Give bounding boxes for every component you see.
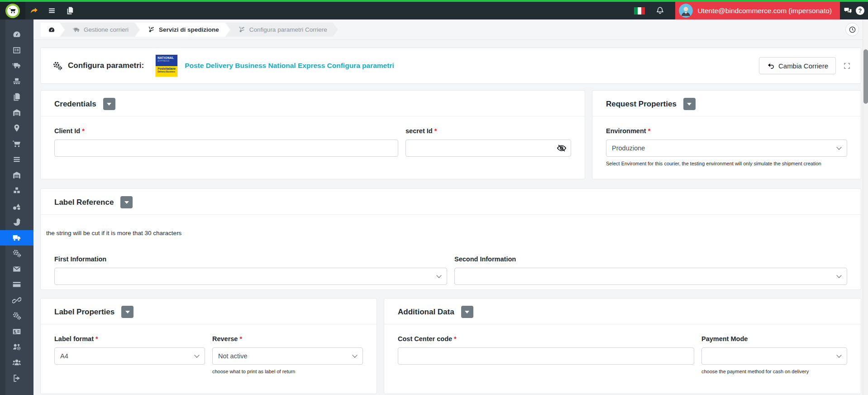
- sidebar-item-users-cog[interactable]: [0, 339, 33, 355]
- app-logo[interactable]: [0, 2, 25, 19]
- sidebar-item-couriers-truck[interactable]: [0, 230, 33, 246]
- label-reference-panel: Label Reference the string will be cut i…: [40, 188, 861, 290]
- gauge-icon: [48, 26, 55, 34]
- pallet-icon: [12, 77, 21, 86]
- sidebar-item-warehouse[interactable]: [0, 105, 33, 121]
- page-header: Configura parametri: NATIONAL EXPRESS Po…: [40, 48, 861, 84]
- sidebar-item-shapes[interactable]: [0, 199, 33, 215]
- users-icon: [12, 358, 21, 367]
- sidebar-item-dashboard[interactable]: [0, 27, 33, 43]
- sidebar: [0, 19, 33, 395]
- label-reference-collapse-button[interactable]: [120, 196, 133, 208]
- user-label: Utente@bindcommerce.com (impersonato): [697, 7, 832, 15]
- reverse-label: Reverse*: [212, 335, 363, 342]
- breadcrumb: Gestione corrieriServizi di spedizioneCo…: [41, 23, 338, 37]
- second-information-select[interactable]: [454, 268, 847, 285]
- label-format-label: Label format*: [54, 335, 205, 342]
- credentials-panel: Credentials Client Id* secret Id*: [40, 90, 585, 179]
- users-cog-icon: [12, 342, 21, 352]
- sidebar-item-documents[interactable]: [0, 89, 33, 105]
- sidebar-item-automation-cogs[interactable]: [0, 246, 33, 261]
- clock-icon: [849, 26, 856, 34]
- label-properties-title: Label Properties: [54, 308, 114, 317]
- breadcrumb-item-configura-parametri-corriere[interactable]: Configura parametri Corriere: [226, 23, 338, 37]
- courier-config-link[interactable]: Poste Delivery Business National Express…: [185, 62, 394, 70]
- label-reference-note: the string will be cut if it is more tha…: [46, 230, 847, 236]
- breadcrumb-item-servizi-di-spedizione[interactable]: Servizi di spedizione: [135, 23, 230, 37]
- sidebar-item-settings-cogs[interactable]: [0, 308, 33, 324]
- sidebar-item-credit-card[interactable]: [0, 277, 33, 293]
- credit-card-icon: [12, 280, 21, 289]
- cost-center-label: Cost Center code*: [398, 335, 694, 342]
- label-properties-collapse-button[interactable]: [121, 306, 134, 318]
- expand-icon: [843, 62, 851, 70]
- envelope-icon: [12, 265, 21, 274]
- sidebar-item-id-card[interactable]: [0, 324, 33, 340]
- client-id-input[interactable]: [54, 140, 398, 157]
- pages-button[interactable]: [61, 2, 79, 19]
- orders-list-icon: [12, 46, 21, 55]
- toggle-secret-visibility-button[interactable]: [556, 142, 568, 154]
- client-id-label: Client Id*: [54, 127, 398, 135]
- sidebar-item-envelope[interactable]: [0, 261, 33, 277]
- first-information-select[interactable]: [54, 268, 447, 285]
- pie-chart-icon: [12, 217, 21, 226]
- additional-data-collapse-button[interactable]: [461, 306, 473, 318]
- additional-data-title: Additional Data: [398, 308, 454, 317]
- environment-label: Environment*: [606, 127, 847, 135]
- shipping-fast-icon: [12, 61, 21, 70]
- vertical-scrollbar: [863, 19, 868, 395]
- reverse-help-text: choose what to print as label of return: [212, 369, 363, 374]
- first-information-label: First Information: [54, 255, 447, 263]
- environment-select[interactable]: Produzione: [606, 140, 847, 157]
- additional-data-panel: Additional Data Cost Center code* Paymen…: [384, 298, 861, 394]
- copy-pages-icon: [66, 6, 74, 15]
- request-properties-collapse-button[interactable]: [683, 98, 696, 110]
- secret-id-label: secret Id*: [405, 127, 571, 135]
- hamburger-icon: [48, 6, 56, 15]
- sidebar-item-shipping-fast[interactable]: [0, 58, 33, 74]
- sidebar-item-logout[interactable]: [0, 371, 33, 386]
- sidebar-item-link[interactable]: [0, 293, 33, 308]
- sidebar-item-orders-list[interactable]: [0, 43, 33, 58]
- help-icon[interactable]: ?: [856, 6, 864, 15]
- sidebar-item-cart[interactable]: [0, 136, 33, 152]
- fullscreen-button[interactable]: [843, 62, 851, 70]
- label-format-select[interactable]: A4: [54, 347, 205, 365]
- secret-id-input[interactable]: [405, 140, 571, 157]
- chat-icon[interactable]: [844, 6, 852, 15]
- label-reference-title: Label Reference: [54, 198, 114, 207]
- language-flag-italy[interactable]: [634, 7, 645, 14]
- sidebar-item-pallet[interactable]: [0, 74, 33, 90]
- credentials-collapse-button[interactable]: [103, 98, 115, 110]
- locations-icon: [12, 124, 21, 133]
- undo-icon: [767, 62, 774, 70]
- reverse-select[interactable]: Not active: [212, 347, 363, 365]
- couriers-truck-icon: [12, 233, 21, 242]
- eye-slash-icon: [557, 143, 567, 153]
- share-arrow-button[interactable]: [25, 2, 43, 19]
- gears-icon: [52, 61, 62, 71]
- sidebar-item-boxes[interactable]: [0, 183, 33, 199]
- notifications-bell-icon[interactable]: [656, 6, 664, 15]
- sidebar-item-locations[interactable]: [0, 120, 33, 136]
- breadcrumb-item-home[interactable]: [41, 23, 64, 37]
- dolly-icon: [148, 26, 155, 34]
- environment-help-text: Select Enviroment for this courier, the …: [606, 161, 847, 166]
- dolly-icon: [238, 26, 246, 34]
- user-menu[interactable]: Utente@bindcommerce.com (impersonato): [675, 2, 840, 19]
- payment-help-text: choose the payment method for cash on de…: [701, 369, 847, 374]
- cambia-corriere-button[interactable]: Cambia Corriere: [759, 57, 836, 74]
- cost-center-input[interactable]: [398, 347, 694, 365]
- sidebar-item-menu-bars[interactable]: [0, 152, 33, 168]
- history-clock-button[interactable]: [845, 23, 859, 36]
- warehouse-icon: [12, 108, 21, 117]
- sidebar-item-storage[interactable]: [0, 168, 33, 183]
- sidebar-item-pie-chart[interactable]: [0, 214, 33, 230]
- sidebar-item-users[interactable]: [0, 355, 33, 371]
- payment-mode-select[interactable]: [701, 347, 847, 365]
- scrollbar-thumb[interactable]: [863, 49, 868, 104]
- hamburger-menu-button[interactable]: [43, 2, 61, 19]
- top-navbar: Utente@bindcommerce.com (impersonato) ?: [0, 0, 868, 19]
- breadcrumb-item-gestione-corrieri[interactable]: Gestione corrieri: [60, 23, 139, 37]
